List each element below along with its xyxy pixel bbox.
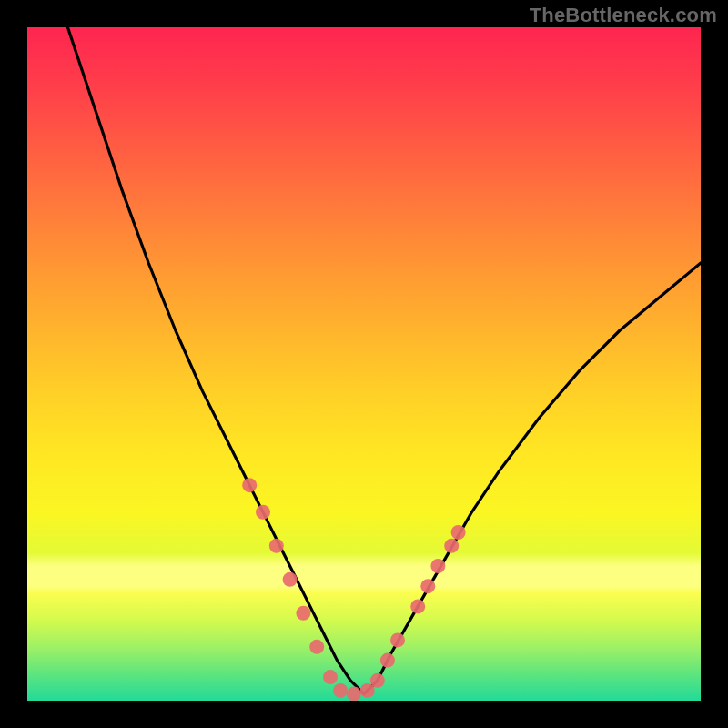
attribution-text: TheBottleneck.com	[530, 4, 717, 27]
plot-area	[27, 27, 701, 701]
gradient-background	[27, 27, 701, 701]
app-frame: TheBottleneck.com	[0, 0, 728, 728]
